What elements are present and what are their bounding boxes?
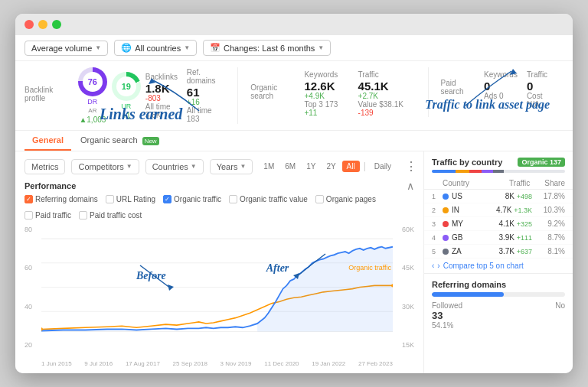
competitors-arrow-icon: ▼ bbox=[126, 163, 132, 170]
chart-area: Metrics Competitors ▼ Countries ▼ Years … bbox=[15, 151, 423, 373]
tab-general[interactable]: General bbox=[24, 131, 71, 151]
ref-domains-alltime: All time 183 bbox=[187, 106, 225, 123]
close-button[interactable] bbox=[24, 20, 34, 29]
minimize-button[interactable] bbox=[38, 20, 47, 29]
title-bar bbox=[15, 14, 573, 35]
organic-traffic-area bbox=[257, 247, 393, 332]
maximize-button[interactable] bbox=[52, 20, 61, 29]
years-button[interactable]: Years ▼ bbox=[210, 159, 253, 174]
cb-referring-domains[interactable]: ✓ Referring domains bbox=[24, 195, 98, 203]
cb-organic-pages[interactable]: Organic pages bbox=[315, 195, 376, 203]
followed-col: Followed 33 54.1% bbox=[432, 301, 462, 330]
organic-title: Organic search bbox=[250, 83, 298, 100]
my-bar-segment bbox=[469, 170, 482, 173]
country-row-in: 2 IN 4.7K +1.3K 10.3% bbox=[424, 203, 573, 217]
svg-point-5 bbox=[40, 327, 43, 330]
x-label-4: 25 Sep 2018 bbox=[173, 360, 207, 367]
organic-kw-label: Keywords bbox=[304, 70, 348, 79]
paid-search-group: Paid search Keywords 0 Ads 0 Traffic 0 C… bbox=[441, 67, 564, 109]
collapse-icon[interactable]: ∧ bbox=[407, 180, 414, 192]
time-6m[interactable]: 6M bbox=[280, 161, 300, 172]
time-1m[interactable]: 1M bbox=[259, 161, 279, 172]
col-header-traffic: Traffic bbox=[495, 179, 531, 187]
time-2y[interactable]: 2Y bbox=[322, 161, 340, 172]
country-row-gb: 4 GB 3.9K +111 8.7% bbox=[424, 231, 573, 245]
chart-container: 80 60 40 20 60K 45K 30K 15K bbox=[24, 223, 414, 367]
no-label: No bbox=[555, 301, 565, 310]
organic-traffic-value: 45.1K bbox=[358, 80, 416, 92]
x-label-1: 1 Jun 2015 bbox=[41, 360, 72, 367]
time-1y[interactable]: 1Y bbox=[302, 161, 320, 172]
countries-button[interactable]: Countries ▼ bbox=[145, 159, 204, 174]
ref-domains-change: +16 bbox=[187, 98, 225, 106]
gb-dot bbox=[443, 235, 449, 241]
right-panel: Traffic by country Organic 137 Country bbox=[423, 151, 573, 373]
metrics-button[interactable]: Metrics bbox=[24, 159, 65, 174]
x-label-8: 27 Feb 2023 bbox=[358, 360, 393, 367]
x-label-7: 19 Jan 2022 bbox=[312, 360, 345, 367]
more-options-icon[interactable]: ⋮ bbox=[402, 158, 420, 175]
x-axis-labels: 1 Jun 2015 9 Jul 2016 17 Aug 2017 25 Sep… bbox=[41, 360, 393, 367]
x-label-2: 9 Jul 2016 bbox=[84, 360, 113, 367]
performance-section: Performance ∧ ✓ Referring domains ✓ URL … bbox=[24, 180, 414, 367]
cb-organic-traffic-value[interactable]: Organic traffic value bbox=[229, 195, 308, 203]
ref-domains-label: Ref. domains bbox=[187, 68, 225, 85]
average-volume-dropdown[interactable]: Average volume ▼ bbox=[24, 41, 108, 56]
globe-icon: 🌐 bbox=[121, 43, 132, 53]
backlinks-value: 1.8K bbox=[145, 83, 182, 94]
dropdown-arrow3-icon: ▼ bbox=[318, 44, 324, 51]
performance-checkboxes: ✓ Referring domains ✓ URL Rating ✓ Organ… bbox=[24, 195, 414, 220]
paid-kw-value: 0 bbox=[484, 80, 518, 92]
avg-volume-label: Average volume bbox=[31, 44, 92, 53]
followed-pct: 54.1% bbox=[432, 321, 462, 330]
cb-organic-traffic[interactable]: ✓ Organic traffic bbox=[163, 195, 221, 203]
countries-label: All countries bbox=[135, 44, 181, 53]
time-all[interactable]: All bbox=[342, 161, 360, 172]
divider: | bbox=[364, 161, 366, 172]
country-row-my: 3 MY 4.1K +325 9.2% bbox=[424, 217, 573, 231]
tab-organic-search[interactable]: Organic search New bbox=[73, 131, 167, 151]
ref-domains-value: 61 bbox=[187, 86, 225, 98]
filter-bar: Average volume ▼ 🌐 All countries ▼ 📅 Cha… bbox=[15, 35, 573, 61]
paid-traffic-block: Traffic 0 Cost N/A bbox=[527, 70, 551, 109]
time-daily[interactable]: Daily bbox=[370, 161, 396, 172]
paid-ads-label: Ads 0 bbox=[484, 92, 518, 100]
country-table-header: Country Traffic Share bbox=[424, 177, 573, 190]
section-tabs: General Organic search New bbox=[15, 131, 573, 151]
dropdown-arrow2-icon: ▼ bbox=[184, 44, 190, 51]
backlink-profile-group: Backlink profile 76 DR AR ▲1,003 bbox=[24, 67, 238, 124]
cb-url-rating[interactable]: ✓ URL Rating bbox=[106, 195, 155, 203]
backlinks-label: Backlinks bbox=[145, 73, 182, 81]
ref-domains-block: Ref. domains 61 +16 All time 183 bbox=[187, 68, 225, 123]
organic-top3: Top 3 173 +11 bbox=[304, 100, 348, 117]
za-dot bbox=[443, 249, 449, 255]
us-dot bbox=[443, 194, 449, 200]
svg-point-6 bbox=[391, 284, 394, 287]
referring-bar-fill bbox=[432, 292, 504, 297]
performance-header: Performance ∧ bbox=[24, 180, 414, 192]
changes-dropdown[interactable]: 📅 Changes: Last 6 months ▼ bbox=[203, 40, 331, 56]
organic-traffic-block: Traffic 45.1K +2.7K Value $38.1K -139 bbox=[358, 70, 416, 117]
col-header-country: Country bbox=[443, 179, 495, 187]
backlink-profile-label: Backlink profile bbox=[24, 86, 72, 102]
changes-label: Changes: Last 6 months bbox=[224, 44, 315, 53]
prev-icon: ‹ bbox=[432, 262, 434, 270]
backlinks-change: -803 bbox=[145, 94, 182, 102]
referring-domains-title: Referring domains bbox=[432, 280, 565, 289]
compare-label: Compare top 5 on chart bbox=[443, 262, 524, 270]
referring-cols: Followed 33 54.1% No bbox=[432, 301, 565, 330]
cb-paid-traffic-cost[interactable]: Paid traffic cost bbox=[79, 211, 142, 220]
dr-value: 76 bbox=[88, 77, 97, 86]
performance-chart bbox=[24, 223, 414, 367]
cb-paid-traffic[interactable]: Paid traffic bbox=[24, 211, 71, 220]
organic-traffic-change: +2.7K bbox=[358, 92, 416, 100]
all-countries-dropdown[interactable]: 🌐 All countries ▼ bbox=[114, 40, 197, 56]
paid-traffic-value: 0 bbox=[527, 80, 551, 92]
followed-label: Followed bbox=[432, 301, 462, 310]
organic-badge: Organic 137 bbox=[518, 158, 565, 167]
organic-keywords-block: Keywords 12.6K +4.9K Top 3 173 +11 bbox=[304, 70, 348, 117]
years-arrow-icon: ▼ bbox=[240, 163, 246, 170]
dr-label: DR bbox=[87, 98, 97, 106]
compare-row[interactable]: ‹ › Compare top 5 on chart bbox=[424, 259, 573, 273]
competitors-button[interactable]: Competitors ▼ bbox=[71, 159, 139, 174]
